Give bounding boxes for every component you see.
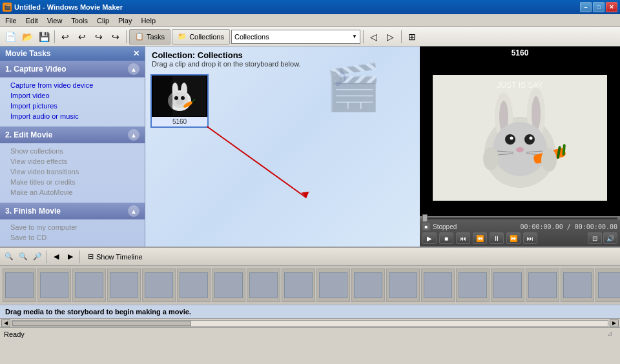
stop-button[interactable]: ■ [439, 232, 453, 244]
prev-frame-button[interactable]: ⏪ [473, 232, 487, 244]
frame-11[interactable] [351, 268, 385, 302]
make-automovie-link[interactable]: Make an AutoMovie [10, 187, 140, 197]
frame-17[interactable] [561, 268, 594, 302]
frame-4[interactable] [107, 268, 141, 302]
import-video-link[interactable]: Import video [10, 90, 140, 101]
frame-7[interactable] [212, 268, 245, 302]
menu-help[interactable]: Help [137, 15, 160, 26]
ffwd-button[interactable]: ⏭ [523, 232, 537, 244]
rewind-button[interactable]: ⏮ [456, 232, 470, 244]
frame-10[interactable] [316, 268, 350, 302]
toolbar-sep1 [54, 30, 55, 43]
frame-2[interactable] [37, 268, 71, 302]
frame-3[interactable] [72, 268, 106, 302]
frame-7-inner [214, 272, 243, 298]
menu-tools[interactable]: Tools [67, 15, 92, 26]
open-button[interactable]: 📂 [19, 29, 35, 45]
menu-file[interactable]: File [1, 15, 21, 26]
import-pictures-link[interactable]: Import pictures [10, 101, 140, 111]
frame-12[interactable] [386, 268, 420, 302]
redo-button[interactable]: ↪ [91, 29, 107, 45]
edit-movie-collapse[interactable]: ▲ [128, 129, 140, 141]
scroll-right-button[interactable]: ▶ [610, 319, 619, 327]
import-audio-link[interactable]: Import audio or music [10, 111, 140, 121]
next-frame-button[interactable]: ⏩ [506, 232, 521, 244]
preview-title: 5160 [420, 46, 620, 59]
collections-combo[interactable]: Collections ▼ [231, 30, 360, 44]
collections-tab[interactable]: 📁 Collections [172, 29, 230, 45]
undo2-button[interactable]: ↩ [74, 29, 90, 45]
frame-6[interactable] [177, 268, 211, 302]
frame-16[interactable] [526, 268, 559, 302]
save-computer-link[interactable]: Save to my computer [10, 222, 140, 232]
combo-arrow-icon: ▼ [352, 34, 357, 39]
redo2-button[interactable]: ↪ [108, 29, 123, 45]
save-button[interactable]: 💾 [36, 29, 52, 45]
preview-svg: JUST IS SAY [433, 75, 607, 201]
grid-button[interactable]: ⊞ [404, 29, 420, 45]
maximize-button[interactable]: □ [593, 2, 604, 12]
frame-5[interactable] [142, 268, 176, 302]
menubar: File Edit View Tools Clip Play Help [0, 14, 620, 27]
minimize-button[interactable]: – [580, 2, 592, 12]
volume-button[interactable]: 🔊 [603, 232, 617, 244]
back-button[interactable]: ◁ [366, 29, 382, 45]
frame-1[interactable] [3, 268, 36, 302]
frame-9[interactable] [282, 268, 315, 302]
menu-edit[interactable]: Edit [22, 15, 42, 26]
fullscreen-button[interactable]: ⊡ [588, 232, 602, 244]
frame-8[interactable] [247, 268, 280, 302]
menu-view[interactable]: View [43, 15, 67, 26]
play-button[interactable]: ▶ [422, 232, 437, 244]
storyboard-zoom-out[interactable]: 🔍 [17, 250, 30, 263]
resize-grip[interactable]: ⊿ [607, 330, 616, 339]
storyboard-zoom-in[interactable]: 🔎 [31, 250, 44, 263]
show-collections-link[interactable]: Show collections [10, 146, 140, 156]
capture-device-link[interactable]: Capture from video device [10, 80, 140, 90]
menu-clip[interactable]: Clip [93, 15, 113, 26]
tasks-tab[interactable]: 📋 Tasks [129, 29, 170, 45]
undo-button[interactable]: ↩ [57, 29, 73, 45]
tasks-close-button[interactable]: ✕ [133, 49, 140, 58]
show-timeline-label: Show Timeline [96, 253, 143, 261]
volume-area: ⊡ 🔊 [588, 232, 617, 244]
frame-10-inner [319, 272, 347, 298]
pause-button[interactable]: ⏸ [490, 232, 504, 244]
frame-13-inner [424, 272, 452, 298]
frame-18[interactable] [595, 268, 620, 302]
make-titles-link[interactable]: Make titles or credits [10, 177, 140, 187]
view-transitions-link[interactable]: View video transitions [10, 167, 140, 177]
menu-play[interactable]: Play [114, 15, 136, 26]
view-effects-link[interactable]: View video effects [10, 156, 140, 167]
new-button[interactable]: 📄 [3, 29, 18, 45]
timeline-icon: ⊟ [88, 252, 94, 261]
clip-item[interactable]: 5160 [150, 74, 209, 128]
collection-area: Collection: Collections Drag a clip and … [145, 46, 420, 247]
forward-button[interactable]: ▷ [383, 29, 398, 45]
seek-track[interactable] [422, 217, 617, 219]
save-cd-link[interactable]: Save to CD [10, 232, 140, 243]
finish-movie-collapse[interactable]: ▲ [128, 205, 140, 217]
edit-movie-section[interactable]: 2. Edit Movie ▲ [0, 126, 145, 143]
scroll-track[interactable] [12, 320, 608, 327]
storyboard-next-button[interactable]: ▶ [64, 250, 77, 263]
frame-14[interactable] [456, 268, 490, 302]
frame-13[interactable] [421, 268, 455, 302]
seek-thumb[interactable] [422, 214, 428, 222]
finish-movie-section[interactable]: 3. Finish Movie ▲ [0, 203, 145, 219]
toolbar-sep2 [126, 30, 127, 43]
close-button[interactable]: ✕ [606, 2, 617, 12]
scroll-thumb[interactable] [12, 321, 191, 326]
capture-video-collapse[interactable]: ▲ [128, 63, 140, 75]
frame-18-inner [598, 272, 620, 298]
frame-15[interactable] [491, 268, 524, 302]
storyboard-prev-button[interactable]: ◀ [50, 250, 63, 263]
clip-thumbnail [152, 76, 207, 117]
drag-message: Drag media to the storyboard to begin ma… [0, 305, 620, 318]
time-total: 00:00:00.00 [575, 223, 617, 230]
show-timeline-button[interactable]: ⊟ Show Timeline [83, 252, 148, 261]
capture-video-section[interactable]: 1. Capture Video ▲ [0, 61, 145, 77]
storyboard-back-button[interactable]: 🔍 [3, 250, 16, 263]
scroll-left-button[interactable]: ◀ [1, 319, 10, 327]
svg-rect-10 [153, 76, 172, 116]
